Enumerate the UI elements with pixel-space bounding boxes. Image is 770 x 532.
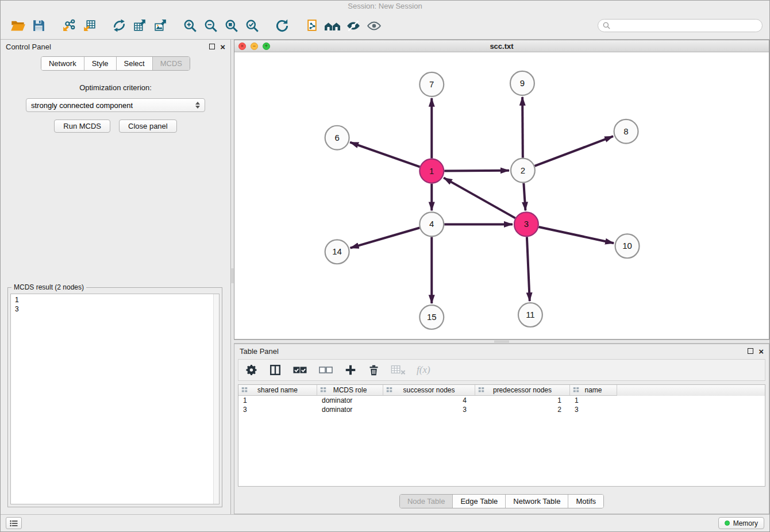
select-all-rows-icon[interactable] xyxy=(292,362,307,378)
table-row[interactable]: 1dominator411 xyxy=(238,396,765,405)
network-view-titlebar: scc.txt × − + xyxy=(234,40,769,52)
graph-edge-4-14[interactable] xyxy=(351,228,420,248)
horizontal-splitter[interactable] xyxy=(234,340,769,344)
table-panel-tabs: Node TableEdge TableNetwork TableMotifs xyxy=(234,494,769,508)
close-panel-icon[interactable]: × xyxy=(759,347,764,356)
graph-node-1[interactable]: 1 xyxy=(419,159,444,183)
column-header-successor-nodes[interactable]: successor nodes xyxy=(383,385,475,396)
export-table-icon[interactable] xyxy=(129,16,150,36)
tab-node-table[interactable]: Node Table xyxy=(400,495,453,508)
network-canvas[interactable]: 7968124314101511 xyxy=(234,52,769,339)
optimization-criterion-select[interactable]: strongly connected component xyxy=(26,98,205,112)
svg-text:3: 3 xyxy=(524,219,529,229)
tab-select[interactable]: Select xyxy=(117,57,153,70)
delete-table-icon[interactable] xyxy=(391,362,406,378)
maximize-window-icon[interactable]: + xyxy=(263,43,270,50)
graph-node-8[interactable]: 8 xyxy=(614,119,638,144)
column-type-icon xyxy=(241,387,248,393)
tab-edge-table[interactable]: Edge Table xyxy=(453,495,506,508)
memory-status-dot-icon xyxy=(725,521,730,526)
save-session-icon[interactable] xyxy=(28,16,49,36)
deselect-all-rows-icon[interactable] xyxy=(318,362,333,378)
status-bar: Memory xyxy=(1,514,769,531)
export-network-icon[interactable] xyxy=(109,16,129,36)
graph-edge-2-3[interactable] xyxy=(523,183,525,211)
search-input[interactable] xyxy=(613,22,757,30)
zoom-out-icon[interactable] xyxy=(201,16,221,36)
column-header-predecessor-nodes[interactable]: predecessor nodes xyxy=(475,385,570,396)
float-panel-icon[interactable] xyxy=(748,348,753,354)
float-panel-icon[interactable] xyxy=(209,44,215,49)
delete-column-trash-icon[interactable] xyxy=(368,362,380,378)
graph-edge-2-9[interactable] xyxy=(522,97,523,158)
function-builder-icon[interactable]: f(x) xyxy=(417,362,430,378)
table-cell-shared-name: 3 xyxy=(238,405,317,414)
column-type-icon xyxy=(320,387,326,393)
graph-node-9[interactable]: 9 xyxy=(510,71,534,95)
column-type-icon xyxy=(573,387,579,393)
tab-motifs[interactable]: Motifs xyxy=(568,495,603,508)
graph-node-3[interactable]: 3 xyxy=(514,212,538,236)
tab-style[interactable]: Style xyxy=(84,57,117,70)
svg-text:1: 1 xyxy=(429,166,434,176)
splitter-grip[interactable] xyxy=(494,341,509,342)
graph-node-4[interactable]: 4 xyxy=(419,212,444,236)
svg-text:9: 9 xyxy=(520,78,525,88)
mcds-tab-content: Optimization criterion: strongly connect… xyxy=(1,83,230,133)
splitter-grip[interactable] xyxy=(232,268,233,283)
open-session-icon[interactable] xyxy=(7,16,28,36)
graph-node-7[interactable]: 7 xyxy=(419,72,444,97)
graph-node-6[interactable]: 6 xyxy=(325,126,349,150)
show-graphics-details-icon[interactable] xyxy=(364,16,384,36)
close-window-icon[interactable]: × xyxy=(238,43,246,50)
hide-graphics-details-icon[interactable] xyxy=(343,16,364,36)
graph-node-15[interactable]: 15 xyxy=(419,305,444,329)
table-cell-predecessor-nodes: 1 xyxy=(475,396,570,405)
mcds-result-list[interactable]: 13 xyxy=(10,294,220,504)
table-settings-gear-icon[interactable] xyxy=(245,362,258,378)
app-window: Session: New Session xyxy=(0,0,770,532)
graph-edge-2-8[interactable] xyxy=(534,136,613,166)
graph-node-11[interactable]: 11 xyxy=(518,303,542,327)
graph-edge-1-2[interactable] xyxy=(444,171,509,171)
graph-edge-3-11[interactable] xyxy=(527,237,530,301)
add-column-icon[interactable] xyxy=(344,362,357,378)
clone-network-icon[interactable] xyxy=(302,16,322,36)
list-icon xyxy=(10,520,18,527)
zoom-selected-icon[interactable] xyxy=(242,16,263,36)
tab-mcds[interactable]: MCDS xyxy=(153,57,190,70)
network-overview-home-icon[interactable] xyxy=(322,16,343,36)
import-network-icon[interactable] xyxy=(58,16,79,36)
minimize-window-icon[interactable]: − xyxy=(251,43,258,50)
export-image-icon[interactable] xyxy=(150,16,171,36)
memory-button[interactable]: Memory xyxy=(718,517,764,529)
column-header-mcds-role[interactable]: MCDS role xyxy=(317,385,383,396)
refresh-layout-icon[interactable] xyxy=(272,16,292,36)
graph-edge-3-1[interactable] xyxy=(444,178,515,218)
column-header-shared-name[interactable]: shared name xyxy=(238,385,317,396)
zoom-fit-icon[interactable] xyxy=(221,16,242,36)
zoom-in-icon[interactable] xyxy=(180,16,201,36)
graph-edge-1-6[interactable] xyxy=(350,142,419,167)
control-panel: Control Panel × NetworkStyleSelectMCDS O… xyxy=(1,40,231,514)
window-title: Session: New Session xyxy=(348,2,422,10)
import-table-icon[interactable] xyxy=(79,16,99,36)
close-panel-button[interactable]: Close panel xyxy=(119,119,177,133)
graph-node-10[interactable]: 10 xyxy=(615,234,640,258)
close-panel-icon[interactable]: × xyxy=(220,43,225,51)
graph-node-2[interactable]: 2 xyxy=(511,159,535,183)
control-panel-header: Control Panel × xyxy=(1,40,230,53)
graph-node-14[interactable]: 14 xyxy=(325,240,349,264)
tab-network-table[interactable]: Network Table xyxy=(506,495,568,508)
toggle-column-icon[interactable] xyxy=(269,362,282,378)
result-scrollbar[interactable] xyxy=(213,294,219,504)
table-cell-name: 3 xyxy=(570,405,617,414)
column-header-name[interactable]: name xyxy=(570,385,617,396)
table-toolbar: f(x) xyxy=(238,359,765,381)
table-row[interactable]: 3dominator323 xyxy=(238,405,765,414)
table-cell-successor-nodes: 3 xyxy=(383,405,475,414)
task-history-button[interactable] xyxy=(6,517,22,529)
graph-edge-3-10[interactable] xyxy=(538,227,614,243)
tab-network[interactable]: Network xyxy=(41,57,84,70)
run-mcds-button[interactable]: Run MCDS xyxy=(54,119,110,133)
